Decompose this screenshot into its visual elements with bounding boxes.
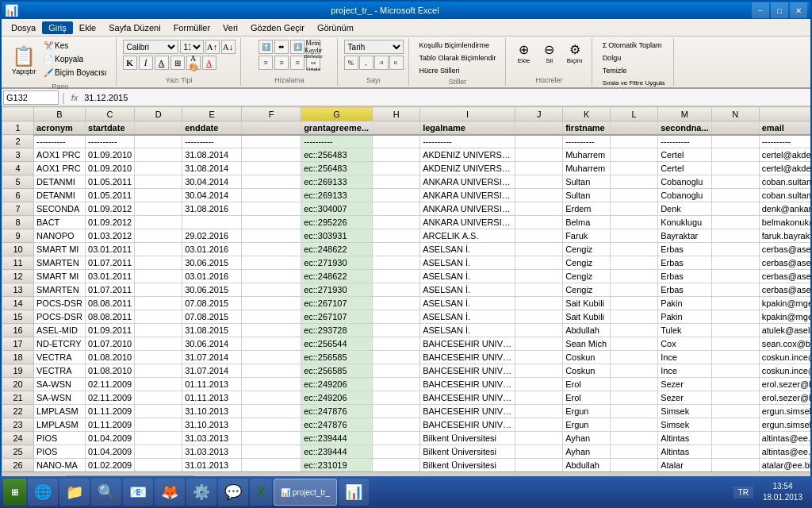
cell-r15-c0[interactable]: POCS-DSR — [34, 310, 86, 324]
percent-button[interactable]: % — [344, 56, 358, 70]
cell-r14-c3[interactable]: 07.08.2015 — [182, 297, 242, 310]
cell-r3-c12[interactable] — [711, 148, 759, 162]
cell-r2-c6[interactable] — [373, 135, 420, 148]
taskbar-ppt-button[interactable]: 📊 — [339, 479, 369, 506]
cell-r5-c7[interactable]: ANKARA UNIVERSITESI — [420, 175, 515, 189]
bold-button[interactable]: K — [123, 56, 137, 70]
cell-r16-c8[interactable] — [515, 324, 563, 337]
cell-r14-c4[interactable] — [242, 297, 301, 310]
cell-r12-c4[interactable] — [242, 270, 301, 283]
increase-font-button[interactable]: A↑ — [205, 40, 220, 54]
cell-r26-c2[interactable] — [135, 459, 182, 472]
border-button[interactable]: ⊞ — [170, 56, 185, 70]
cell-r21-c1[interactable]: 02.11.2009 — [86, 391, 135, 405]
cell-r9-c12[interactable] — [711, 229, 759, 243]
cell-r22-c3[interactable]: 31.10.2013 — [182, 405, 242, 418]
taskbar-search-button[interactable]: 🔍 — [91, 479, 121, 506]
cell-r21-c13[interactable]: erol.sezer@bahcesehir.edu.tr — [759, 391, 810, 405]
cell-r19-c6[interactable] — [373, 364, 420, 378]
cell-r6-c2[interactable] — [135, 189, 182, 202]
cell-r9-c0[interactable]: NANOPO — [34, 229, 86, 243]
cell-r13-c0[interactable]: SMARTEN — [34, 283, 86, 297]
cell-r18-c0[interactable]: VECTRA — [34, 351, 86, 364]
cell-r4-c10[interactable] — [611, 162, 658, 175]
cell-r11-c10[interactable] — [611, 256, 658, 270]
cell-r24-c8[interactable] — [515, 432, 563, 445]
format-cells-button[interactable]: ⚙ Biçim — [563, 40, 587, 67]
cell-r24-c11[interactable]: Altintas — [658, 432, 712, 445]
cell-r14-c6[interactable] — [373, 297, 420, 310]
cell-r20-c2[interactable] — [135, 378, 182, 391]
cell-r19-c9[interactable]: Coskun — [563, 364, 611, 378]
cell-r12-c11[interactable]: Erbas — [658, 270, 712, 283]
cell-r20-c12[interactable] — [711, 378, 759, 391]
cell-r14-c0[interactable]: POCS-DSR — [34, 297, 86, 310]
cell-r6-c12[interactable] — [711, 189, 759, 202]
cell-r15-c1[interactable]: 08.08.2011 — [86, 310, 135, 324]
cell-r14-c10[interactable] — [611, 297, 658, 310]
col-header-C[interactable]: C — [86, 107, 135, 121]
cell-r23-c2[interactable] — [135, 418, 182, 432]
align-right-button[interactable]: ≡ — [290, 56, 304, 70]
col-header-J[interactable]: J — [515, 107, 563, 121]
row-num-25[interactable]: 25 — [2, 445, 34, 459]
cell-r5-c2[interactable] — [135, 175, 182, 189]
cell-r20-c7[interactable]: BAHCESEHIR UNIVERSITE — [420, 378, 515, 391]
col-header-M[interactable]: M — [658, 107, 712, 121]
row-num-22[interactable]: 22 — [2, 405, 34, 418]
cell-r5-c9[interactable]: Sultan — [563, 175, 611, 189]
cell-r7-c2[interactable] — [135, 202, 182, 216]
cell-r13-c6[interactable] — [373, 283, 420, 297]
cell-r20-c0[interactable]: SA-WSN — [34, 378, 86, 391]
cut-button[interactable]: ✂️ Kes — [40, 40, 111, 52]
header-cell-2[interactable] — [135, 121, 182, 135]
cell-r2-c11[interactable]: ---------- — [658, 135, 712, 148]
cell-r15-c8[interactable] — [515, 310, 563, 324]
cell-r11-c8[interactable] — [515, 256, 563, 270]
cell-r23-c5[interactable]: ec::247876 — [301, 418, 373, 432]
cell-r22-c10[interactable] — [611, 405, 658, 418]
cell-r13-c4[interactable] — [242, 283, 301, 297]
cell-r5-c12[interactable] — [711, 175, 759, 189]
cell-r9-c1[interactable]: 01.03.2012 — [86, 229, 135, 243]
cell-r12-c3[interactable]: 03.01.2016 — [182, 270, 242, 283]
cell-r23-c6[interactable] — [373, 418, 420, 432]
cell-r13-c1[interactable]: 01.07.2011 — [86, 283, 135, 297]
cell-r26-c13[interactable]: atalar@ee.bilkent.edu.tr — [759, 459, 810, 472]
cell-r10-c3[interactable]: 03.01.2016 — [182, 243, 242, 256]
cell-r19-c12[interactable] — [711, 364, 759, 378]
cell-r2-c0[interactable]: ---------- — [34, 135, 86, 148]
cell-r11-c5[interactable]: ec::271930 — [301, 256, 373, 270]
row-num-2[interactable]: 2 — [2, 135, 34, 148]
cell-r16-c5[interactable]: ec::293728 — [301, 324, 373, 337]
cell-r5-c0[interactable]: DETANMI — [34, 175, 86, 189]
col-header-I[interactable]: I — [420, 107, 515, 121]
cell-r7-c5[interactable]: ec::304007 — [301, 202, 373, 216]
cell-r6-c5[interactable]: ec::269133 — [301, 189, 373, 202]
cell-r17-c4[interactable] — [242, 337, 301, 351]
row-num-26[interactable]: 26 — [2, 459, 34, 472]
cell-r26-c0[interactable]: NANO-MA — [34, 459, 86, 472]
copy-button[interactable]: 📄 Kopyala — [40, 53, 111, 65]
cell-r22-c6[interactable] — [373, 405, 420, 418]
cell-r10-c10[interactable] — [611, 243, 658, 256]
cell-r10-c11[interactable]: Erbas — [658, 243, 712, 256]
cell-r26-c10[interactable] — [611, 459, 658, 472]
cell-r24-c9[interactable]: Ayhan — [563, 432, 611, 445]
cell-r11-c13[interactable]: cerbas@aselsan.com.tr — [759, 256, 810, 270]
cell-r7-c3[interactable]: 31.08.2016 — [182, 202, 242, 216]
cell-r9-c2[interactable] — [135, 229, 182, 243]
row-num-13[interactable]: 13 — [2, 283, 34, 297]
cell-r8-c2[interactable] — [135, 216, 182, 229]
name-box[interactable] — [3, 90, 59, 105]
cell-r21-c0[interactable]: SA-WSN — [34, 391, 86, 405]
taskbar-firefox-button[interactable]: 🦊 — [155, 479, 185, 506]
cell-r11-c4[interactable] — [242, 256, 301, 270]
cell-r7-c8[interactable] — [515, 202, 563, 216]
cell-r18-c6[interactable] — [373, 351, 420, 364]
cell-r20-c10[interactable] — [611, 378, 658, 391]
cell-r23-c12[interactable] — [711, 418, 759, 432]
cell-r24-c0[interactable]: PIOS — [34, 432, 86, 445]
cell-r10-c6[interactable] — [373, 243, 420, 256]
col-header-B[interactable]: B — [34, 107, 86, 121]
